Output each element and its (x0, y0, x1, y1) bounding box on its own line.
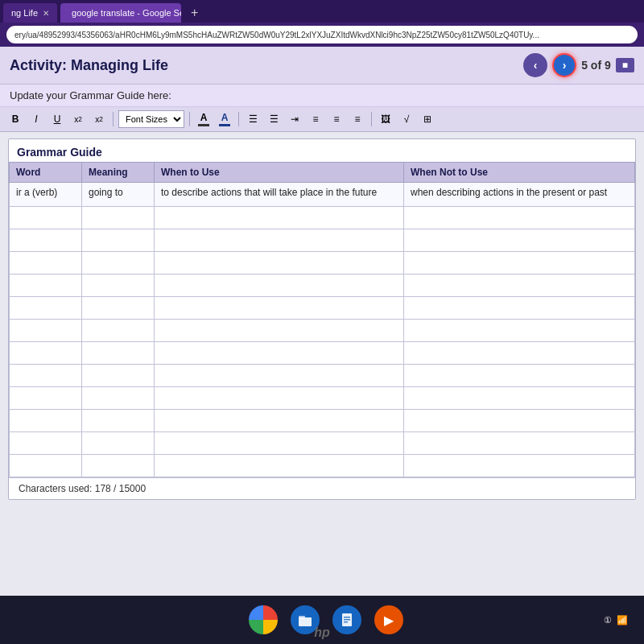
empty-cell[interactable] (10, 252, 82, 275)
font-size-select[interactable]: Font Sizes (118, 110, 184, 128)
empty-cell[interactable] (82, 320, 155, 342)
empty-cell[interactable] (82, 365, 155, 387)
empty-cell[interactable] (155, 455, 404, 477)
empty-cell[interactable] (155, 207, 404, 229)
table-row (10, 207, 635, 229)
main-content: Activity: Managing Life ‹ › 5 of 9 ■ Upd… (0, 47, 644, 596)
image-button[interactable]: 🖼 (377, 110, 394, 128)
empty-cell[interactable] (10, 365, 82, 387)
toolbar-sep-2 (189, 112, 190, 126)
empty-cell[interactable] (155, 320, 404, 342)
table-row (10, 410, 635, 432)
empty-cell[interactable] (404, 252, 635, 275)
tab1-close[interactable]: ✕ (43, 9, 49, 18)
svg-rect-4 (344, 619, 350, 621)
italic-button[interactable]: I (27, 110, 45, 128)
bold-button[interactable]: B (6, 110, 24, 128)
underline-button[interactable]: U (48, 110, 66, 128)
table-row (10, 342, 635, 365)
empty-cell[interactable] (155, 297, 404, 320)
empty-cell[interactable] (404, 432, 635, 455)
empty-cell[interactable] (82, 455, 155, 477)
empty-cell[interactable] (82, 275, 155, 297)
empty-cell[interactable] (10, 320, 82, 342)
cell-when-to-use[interactable]: to describe actions that will take place… (155, 183, 404, 207)
empty-cell[interactable] (10, 410, 82, 432)
empty-cell[interactable] (82, 342, 155, 365)
highlight-color-indicator (219, 124, 230, 126)
editor-toolbar: B I U x2 x2 Font Sizes A A ☰ ☰ ⇥ ≡ ≡ ≡ (0, 107, 644, 132)
cell-when-not-to-use[interactable]: when describing actions in the present o… (404, 183, 635, 207)
empty-cell[interactable] (155, 432, 404, 455)
empty-cell[interactable] (82, 387, 155, 410)
prev-button[interactable]: ‹ (523, 53, 547, 77)
instructions-text: Update your Grammar Guide here: (10, 89, 171, 101)
empty-cell[interactable] (404, 297, 635, 320)
empty-cell[interactable] (404, 320, 635, 342)
empty-cell[interactable] (10, 207, 82, 229)
empty-cell[interactable] (155, 275, 404, 297)
table-row (10, 297, 635, 320)
empty-cell[interactable] (10, 229, 82, 252)
empty-cell[interactable] (10, 275, 82, 297)
bullet-list-button[interactable]: ☰ (244, 110, 262, 128)
tab-1[interactable]: ng Life ✕ (3, 3, 57, 23)
empty-cell[interactable] (82, 297, 155, 320)
table-button[interactable]: ⊞ (419, 110, 436, 128)
docs-icon[interactable] (332, 605, 361, 634)
empty-cell[interactable] (155, 252, 404, 275)
empty-cell[interactable] (82, 410, 155, 432)
empty-cell[interactable] (155, 365, 404, 387)
empty-cell[interactable] (155, 387, 404, 410)
editor-area[interactable]: Grammar Guide Word Meaning When to Use W… (8, 138, 636, 500)
empty-cell[interactable] (404, 455, 635, 477)
svg-rect-1 (299, 616, 305, 619)
numbered-list-button[interactable]: ☰ (265, 110, 283, 128)
empty-cell[interactable] (10, 432, 82, 455)
empty-cell[interactable] (404, 410, 635, 432)
empty-cell[interactable] (404, 207, 635, 229)
next-button[interactable]: › (552, 53, 576, 77)
subscript-button[interactable]: x2 (90, 110, 108, 128)
cell-meaning[interactable]: going to (82, 183, 155, 207)
empty-cell[interactable] (82, 229, 155, 252)
tab-new[interactable]: + (184, 3, 204, 23)
chrome-icon[interactable] (249, 605, 278, 634)
superscript-button[interactable]: x2 (69, 110, 87, 128)
col-when-to-use: When to Use (155, 163, 404, 183)
tab-2[interactable]: google translate - Google Search ✕ (60, 3, 181, 23)
empty-cell[interactable] (155, 410, 404, 432)
empty-cell[interactable] (404, 365, 635, 387)
address-input[interactable] (6, 26, 638, 43)
taskbar-right: ① 📶 (604, 615, 628, 625)
empty-cell[interactable] (155, 229, 404, 252)
empty-cell[interactable] (404, 229, 635, 252)
empty-cell[interactable] (82, 432, 155, 455)
cell-word[interactable]: ir a (verb) (10, 183, 82, 207)
empty-cell[interactable] (10, 387, 82, 410)
files-icon[interactable] (291, 605, 320, 634)
indent-button[interactable]: ⇥ (286, 110, 303, 128)
empty-cell[interactable] (10, 297, 82, 320)
empty-cell[interactable] (82, 252, 155, 275)
empty-cell[interactable] (404, 342, 635, 365)
folder-svg (297, 612, 313, 628)
empty-cell[interactable] (155, 342, 404, 365)
empty-cell[interactable] (404, 387, 635, 410)
empty-cell[interactable] (10, 455, 82, 477)
align-center-button[interactable]: ≡ (328, 110, 345, 128)
align-left-button[interactable]: ≡ (307, 110, 324, 128)
empty-cell[interactable] (10, 342, 82, 365)
empty-cell[interactable] (404, 275, 635, 297)
formula-button[interactable]: √ (398, 110, 415, 128)
font-color-button[interactable]: A (195, 110, 213, 128)
font-color-indicator (198, 124, 209, 126)
taskbar-icons: ▶ (249, 605, 403, 634)
highlight-color-button[interactable]: A (216, 110, 233, 128)
table-row (10, 252, 635, 275)
empty-cell[interactable] (82, 207, 155, 229)
play-icon[interactable]: ▶ (374, 605, 403, 634)
taskbar: ▶ ① 📶 (0, 596, 644, 644)
table-row (10, 432, 635, 455)
align-right-button[interactable]: ≡ (349, 110, 366, 128)
